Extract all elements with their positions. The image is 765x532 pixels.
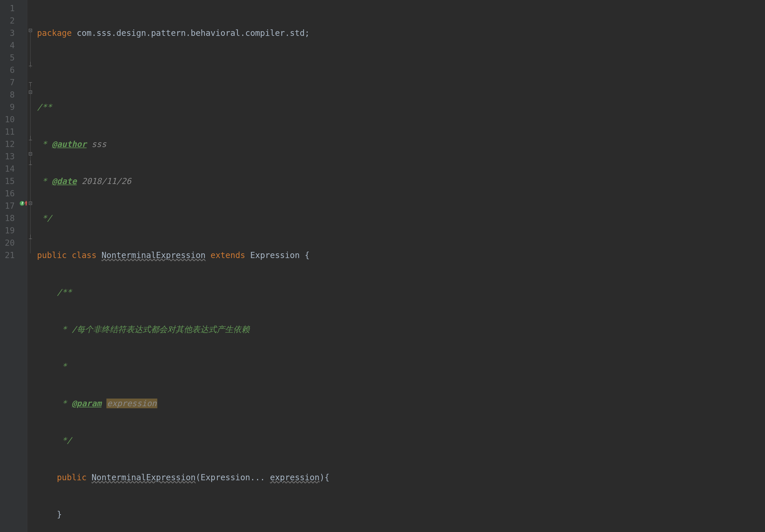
code-area[interactable]: package com.sss.design.pattern.behaviora… — [34, 0, 330, 532]
implements-icon[interactable] — [20, 201, 24, 206]
line-number: 13 — [3, 151, 15, 163]
code-line[interactable]: * — [37, 360, 330, 373]
line-number: 8 — [3, 89, 15, 101]
javadoc-open: /** — [57, 287, 72, 297]
line-number: 12 — [3, 138, 15, 151]
keyword-class: class — [72, 251, 96, 260]
code-editor[interactable]: 1 2 3 4 5 6 7 8 9 10 11 12 13 14 15 16 1… — [0, 0, 765, 532]
line-number: 6 — [3, 64, 15, 76]
line-number: 20 — [3, 237, 15, 249]
fold-end-icon — [29, 66, 32, 66]
javadoc-tag-author: @author — [52, 139, 87, 149]
code-line[interactable] — [37, 64, 330, 76]
javadoc-star: * — [37, 139, 52, 149]
line-number: 19 — [3, 225, 15, 237]
line-number: 2 — [3, 15, 15, 27]
line-number: 4 — [3, 39, 15, 52]
line-number: 1 — [3, 2, 15, 15]
code-line[interactable]: * /每个非终结符表达式都会对其他表达式产生依赖 — [37, 323, 330, 336]
code-line[interactable]: } — [37, 508, 330, 521]
fold-end-icon — [29, 239, 32, 239]
javadoc-open: /** — [37, 102, 52, 112]
paren-close-brace: ){ — [320, 473, 330, 482]
fold-gutter — [27, 0, 34, 532]
keyword-public: public — [37, 251, 67, 260]
line-number: 17 — [3, 200, 15, 212]
fold-toggle-icon[interactable] — [29, 152, 32, 156]
line-number: 11 — [3, 126, 15, 138]
line-number: 21 — [3, 249, 15, 262]
class-name: NonterminalExpression — [101, 251, 206, 260]
param-type: Expression... — [201, 473, 265, 482]
line-number: 18 — [3, 212, 15, 225]
constructor-name: NonterminalExpression — [91, 473, 196, 482]
param-highlight: expression — [106, 398, 157, 408]
line-number: 5 — [3, 52, 15, 64]
keyword-public: public — [57, 473, 86, 482]
javadoc-close: */ — [37, 214, 52, 223]
gutter-icons — [19, 0, 27, 532]
package-name: com.sss.design.pattern.behavioral.compil… — [77, 28, 305, 38]
code-line[interactable]: */ — [37, 434, 330, 447]
fold-toggle-icon[interactable] — [29, 202, 32, 205]
code-line[interactable]: * @param expression — [37, 397, 330, 410]
code-line[interactable]: * @date 2018/11/26 — [37, 175, 330, 188]
code-line[interactable]: */ — [37, 212, 330, 225]
code-line[interactable]: /** — [37, 101, 330, 114]
line-number: 9 — [3, 101, 15, 114]
javadoc-tag-date: @date — [52, 176, 77, 186]
line-number: 7 — [3, 76, 15, 89]
javadoc-star: * — [57, 398, 72, 408]
author-value: sss — [87, 139, 106, 149]
superclass-name: Expression — [250, 251, 300, 260]
line-number: 3 — [3, 27, 15, 39]
code-line[interactable]: public NonterminalExpression(Expression.… — [37, 471, 330, 484]
paren-open: ( — [196, 473, 201, 482]
javadoc-tag-param: @param — [72, 398, 101, 408]
fold-toggle-icon[interactable] — [29, 91, 32, 94]
line-number: 15 — [3, 175, 15, 188]
javadoc-star: * — [57, 361, 67, 371]
code-line[interactable]: package com.sss.design.pattern.behaviora… — [37, 27, 330, 39]
keyword-extends: extends — [211, 251, 245, 260]
code-line[interactable]: /** — [37, 286, 330, 298]
keyword-package: package — [37, 28, 72, 38]
param-name: expression — [270, 473, 320, 482]
line-number-gutter: 1 2 3 4 5 6 7 8 9 10 11 12 13 14 15 16 1… — [0, 0, 19, 532]
line-number: 14 — [3, 163, 15, 175]
date-value: 2018/11/26 — [77, 176, 131, 186]
fold-end-icon — [29, 140, 32, 140]
fold-start-icon[interactable] — [29, 82, 32, 83]
line-number: 16 — [3, 188, 15, 200]
brace-open: { — [300, 251, 310, 260]
fold-end-icon — [29, 165, 32, 165]
javadoc-close: */ — [57, 436, 72, 445]
line-number: 10 — [3, 114, 15, 126]
code-line[interactable]: public class NonterminalExpression exten… — [37, 249, 330, 262]
brace-close: } — [57, 510, 62, 519]
code-line[interactable]: * @author sss — [37, 138, 330, 151]
javadoc-text: * /每个非终结符表达式都会对其他表达式产生依赖 — [57, 324, 249, 334]
semicolon: ; — [305, 28, 310, 38]
javadoc-star: * — [37, 176, 52, 186]
